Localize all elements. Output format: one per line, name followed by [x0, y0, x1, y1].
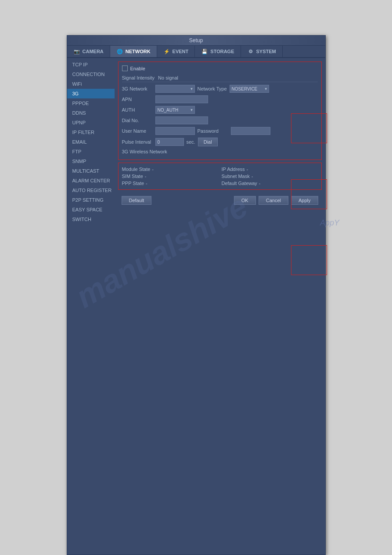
- sim-state-item: SIM State -: [122, 174, 218, 179]
- ppp-state-value: -: [146, 181, 147, 186]
- dial-button[interactable]: Dial: [198, 138, 218, 146]
- apply-watermark: AppY: [320, 218, 339, 228]
- sim-state-value: -: [145, 174, 147, 179]
- sidebar-item-pppoe[interactable]: PPPOE: [67, 98, 115, 108]
- cancel-button[interactable]: Cancel: [259, 196, 288, 205]
- default-button[interactable]: Default: [122, 196, 152, 205]
- setup-dialog: Setup 📷 CAMERA 🌐 NETWORK ⚡ EVENT 💾 STORA…: [67, 35, 326, 555]
- sidebar-item-snmp[interactable]: SNMP: [67, 156, 115, 166]
- sidebar-item-ddns[interactable]: DDNS: [67, 108, 115, 118]
- ok-button[interactable]: OK: [234, 196, 256, 205]
- storage-icon: 💾: [201, 48, 208, 55]
- apn-label: APN: [122, 97, 153, 102]
- default-gateway-value: -: [259, 181, 261, 186]
- sidebar-item-ftp[interactable]: FTP: [67, 147, 115, 156]
- tab-system[interactable]: ⚙ SYSTEM: [241, 46, 283, 57]
- callout-box-3: [291, 245, 327, 275]
- tab-network-label: NETWORK: [126, 49, 151, 54]
- tab-system-label: SYSTEM: [256, 49, 276, 54]
- wireless-network-title: 3G Wireless Network: [122, 149, 318, 154]
- module-state-value: -: [152, 167, 154, 172]
- pulse-row: Pulse Interval sec. Dial: [122, 138, 318, 146]
- sidebar-item-switch[interactable]: SWITCH: [67, 214, 115, 224]
- network-row: 3G Network ▼ Network Type NOSERVICE: [122, 85, 318, 93]
- sidebar-item-wifi[interactable]: WiFi: [67, 79, 115, 89]
- callout-boxes: [291, 113, 327, 275]
- sidebar-item-ipfilter[interactable]: IP FILTER: [67, 127, 115, 137]
- network-type-select[interactable]: NOSERVICE: [230, 85, 269, 93]
- tab-bar: 📷 CAMERA 🌐 NETWORK ⚡ EVENT 💾 STORAGE ⚙ S…: [67, 46, 325, 58]
- auth-select[interactable]: NO_AUTH: [155, 106, 195, 114]
- sidebar-item-upnp[interactable]: UPNP: [67, 118, 115, 127]
- tab-network[interactable]: 🌐 NETWORK: [110, 46, 157, 57]
- sidebar-item-multicast[interactable]: MULTICAST: [67, 166, 115, 176]
- callout-box-2: [291, 179, 327, 209]
- sidebar-item-p2psetting[interactable]: P2P SETTING: [67, 195, 115, 205]
- content-area: TCP IP CONNECTION WiFi 3G PPPOE DDNS: [67, 58, 325, 226]
- password-input[interactable]: [231, 127, 270, 135]
- username-input[interactable]: [155, 127, 195, 135]
- network-select[interactable]: [155, 85, 195, 93]
- auth-row: AUTH NO_AUTH ▼: [122, 106, 318, 114]
- dialno-input[interactable]: [155, 116, 208, 124]
- dialno-label: Dial No.: [122, 118, 153, 123]
- sidebar-item-tcpip[interactable]: TCP IP: [67, 60, 115, 69]
- apn-input[interactable]: [155, 95, 208, 103]
- enable-label: Enable: [130, 66, 145, 71]
- sidebar-item-email[interactable]: EMAIL: [67, 137, 115, 147]
- sim-state-label: SIM State: [122, 174, 143, 179]
- signal-value: No signal: [158, 75, 178, 80]
- network-icon: 🌐: [116, 48, 123, 55]
- network-label: 3G Network: [122, 86, 153, 91]
- network-type-label: Network Type: [198, 86, 227, 91]
- apn-row: APN: [122, 95, 318, 103]
- pulse-input[interactable]: [155, 138, 184, 146]
- subnet-mask-label: Subnet Mask: [222, 174, 250, 179]
- dialog-titlebar: Setup: [67, 36, 325, 46]
- dialno-row: Dial No.: [122, 116, 318, 124]
- ip-address-label: IP Address: [222, 167, 245, 172]
- auth-select-wrapper: NO_AUTH ▼: [155, 106, 195, 114]
- enable-row: Enable: [122, 65, 318, 71]
- callout-box-1: [291, 113, 327, 143]
- sidebar-item-alarmcenter[interactable]: ALARM CENTER: [67, 176, 115, 185]
- tab-camera-label: CAMERA: [83, 49, 104, 54]
- event-icon: ⚡: [163, 48, 170, 55]
- tab-storage-label: STORAGE: [210, 49, 234, 54]
- tab-event-label: EVENT: [173, 49, 189, 54]
- sidebar-item-autoregister[interactable]: AUTO REGISTER: [67, 185, 115, 195]
- password-label: Password: [198, 128, 228, 134]
- module-state-label: Module State: [122, 167, 151, 172]
- signal-row: Signal Intensity No signal: [122, 74, 318, 82]
- subnet-mask-value: -: [252, 174, 253, 179]
- username-label: User Name: [122, 128, 153, 134]
- default-gateway-label: Default Gateway: [222, 181, 257, 186]
- system-icon: ⚙: [247, 48, 254, 55]
- dialog-title: Setup: [189, 37, 203, 44]
- sidebar: TCP IP CONNECTION WiFi 3G PPPOE DDNS: [67, 58, 115, 226]
- network-type-select-wrapper: NOSERVICE ▼: [230, 85, 269, 93]
- ip-address-value: -: [247, 167, 248, 172]
- ppp-state-item: PPP State -: [122, 181, 218, 186]
- tab-storage[interactable]: 💾 STORAGE: [195, 46, 241, 57]
- ppp-state-label: PPP State: [122, 181, 144, 186]
- sidebar-item-3g[interactable]: 3G: [67, 89, 115, 98]
- status-grid: Module State - IP Address - SIM State -: [122, 167, 318, 186]
- tab-event[interactable]: ⚡ EVENT: [157, 46, 195, 57]
- sidebar-item-easyspace[interactable]: EASY SPACE: [67, 205, 115, 214]
- auth-label: AUTH: [122, 107, 153, 112]
- camera-icon: 📷: [73, 48, 80, 55]
- enable-checkbox[interactable]: [122, 65, 128, 71]
- sidebar-item-connection[interactable]: CONNECTION: [67, 69, 115, 79]
- pulse-interval-label: Pulse Interval: [122, 139, 153, 145]
- network-select-wrapper: ▼: [155, 85, 195, 93]
- page-wrapper: manualshive Setup 📷 CAMERA 🌐 NETWORK ⚡ E…: [0, 0, 392, 555]
- tab-camera[interactable]: 📷 CAMERA: [67, 46, 110, 57]
- signal-intensity-label: Signal Intensity: [122, 75, 155, 80]
- credentials-row: User Name Password: [122, 127, 318, 135]
- sec-label: sec.: [187, 139, 195, 145]
- module-state-item: Module State -: [122, 167, 218, 172]
